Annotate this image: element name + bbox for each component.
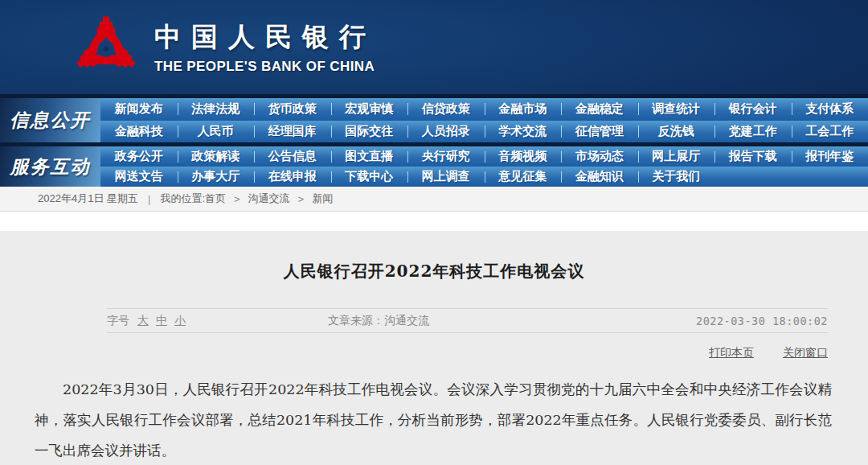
breadcrumb-bar: 2022年4月1日 星期五 | 我的位置: 首页 > 沟通交流 > 新闻 [0,187,868,212]
nav-item-labor-union[interactable]: 工会工作 [792,121,868,143]
article-source-label: 文章来源： [328,314,384,327]
font-size-small-button[interactable]: 小 [174,314,186,328]
nav-item-bank-accounting[interactable]: 银行会计 [714,98,792,121]
nav-item-online-notices[interactable]: 网送文告 [100,167,178,187]
nav-item-audio-video[interactable]: 音频视频 [485,146,562,167]
article-panel: 人民银行召开2022年科技工作电视会议 字号 大 中 小 文章来源：沟通交流 2… [0,231,868,465]
nav-menu-service: 政务公开 政策解读 公告信息 图文直播 央行研究 音频视频 市场动态 网上展厅 … [100,146,868,187]
nav-empty-cell [714,167,792,187]
nav-item-monetary-policy[interactable]: 货币政策 [254,98,331,121]
nav-item-international[interactable]: 国际交往 [331,121,408,143]
pboc-webpage: 中国人民银行 THE PEOPLE'S BANK OF CHINA 信息公开 新… [0,0,868,465]
location-label: 我的位置: [160,191,205,206]
nav-item-report-download[interactable]: 报告下载 [714,146,792,167]
nav-item-about-us[interactable]: 关于我们 [638,167,715,187]
article-actions: 打印本页 关闭窗口 [107,346,828,360]
nav-item-service-hall[interactable]: 办事大厅 [178,167,255,187]
nav-item-renminbi[interactable]: 人民币 [178,121,255,143]
font-size-medium-button[interactable]: 中 [156,314,167,328]
nav-item-central-bank-research[interactable]: 央行研究 [407,146,485,167]
nav-item-recruitment[interactable]: 人员招录 [407,121,485,143]
font-size-large-button[interactable]: 大 [137,314,149,328]
nav-item-party-building[interactable]: 党建工作 [714,121,792,143]
nav-item-gov-disclosure[interactable]: 政务公开 [100,146,178,167]
breadcrumb-separator: > [234,193,240,205]
nav-empty-cell [792,167,868,187]
article-title: 人民银行召开2022年科技工作电视会议 [0,231,868,282]
site-title-chinese: 中国人民银行 [154,19,376,56]
nav-section-info-disclosure: 信息公开 新闻发布 法律法规 货币政策 宏观审慎 信贷政策 金融市场 金融稳定 … [0,98,868,142]
article-source: 文章来源：沟通交流 [328,314,429,328]
nav-item-fintech[interactable]: 金融科技 [100,121,178,143]
nav-section-label-info[interactable]: 信息公开 [0,98,100,142]
breadcrumb-divider: | [148,193,150,205]
nav-item-market-dynamics[interactable]: 市场动态 [561,146,638,167]
nav-item-financial-knowledge[interactable]: 金融知识 [561,167,638,187]
nav-item-credit-policy[interactable]: 信贷政策 [407,98,485,121]
nav-item-solicit-opinions[interactable]: 意见征集 [485,167,562,187]
font-size-label: 字号 [107,314,129,328]
nav-menu-info: 新闻发布 法律法规 货币政策 宏观审慎 信贷政策 金融市场 金融稳定 调查统计 … [100,98,868,142]
nav-item-laws[interactable]: 法律法规 [178,98,255,121]
nav-item-payment-system[interactable]: 支付体系 [792,98,868,121]
article-body-paragraph: 2022年3月30日，人民银行召开2022年科技工作电视会议。会议深入学习贯彻党… [35,374,832,465]
nav-item-policy-interpretation[interactable]: 政策解读 [178,146,255,167]
site-title-english: THE PEOPLE'S BANK OF CHINA [154,59,376,75]
site-brand: 中国人民银行 THE PEOPLE'S BANK OF CHINA [154,19,376,75]
nav-item-financial-market[interactable]: 金融市场 [485,98,562,121]
article-source-value: 沟通交流 [384,314,429,327]
nav-item-credit-reporting[interactable]: 征信管理 [561,121,638,143]
breadcrumb-home[interactable]: 首页 [205,191,226,206]
nav-item-macro-prudential[interactable]: 宏观审慎 [331,98,408,121]
close-window-link[interactable]: 关闭窗口 [783,346,828,360]
nav-item-news-release[interactable]: 新闻发布 [100,98,178,121]
site-header: 中国人民银行 THE PEOPLE'S BANK OF CHINA [0,0,868,94]
breadcrumb-separator: > [298,193,305,205]
pboc-logo-icon [74,14,138,81]
nav-item-live-broadcast[interactable]: 图文直播 [331,146,408,167]
nav-item-treasury[interactable]: 经理国库 [254,121,331,143]
breadcrumb-news[interactable]: 新闻 [312,191,333,206]
nav-item-financial-stability[interactable]: 金融稳定 [561,98,638,121]
spacer-strip [0,212,868,231]
nav-item-announcements[interactable]: 公告信息 [254,146,331,167]
breadcrumb-communication[interactable]: 沟通交流 [248,191,290,206]
nav-item-online-gallery[interactable]: 网上展厅 [638,146,715,167]
print-page-link[interactable]: 打印本页 [709,346,754,360]
nav-item-academic-exchange[interactable]: 学术交流 [485,121,562,143]
article-published-datetime: 2022-03-30 18:00:02 [696,315,828,327]
nav-item-survey-statistics[interactable]: 调查统计 [638,98,715,121]
current-date: 2022年4月1日 星期五 [38,191,138,206]
nav-item-online-filing[interactable]: 在线申报 [254,167,331,187]
nav-item-anti-money-laundering[interactable]: 反洗钱 [638,121,715,143]
article-meta-bar: 字号 大 中 小 文章来源：沟通交流 2022-03-30 18:00:02 [107,308,828,333]
nav-item-online-survey[interactable]: 网上调查 [407,167,485,187]
nav-item-periodicals[interactable]: 报刊年鉴 [792,146,868,167]
nav-section-label-service[interactable]: 服务互动 [0,146,100,187]
nav-item-download-center[interactable]: 下载中心 [331,167,408,187]
nav-section-service-interaction: 服务互动 政务公开 政策解读 公告信息 图文直播 央行研究 音频视频 市场动态 … [0,146,868,187]
